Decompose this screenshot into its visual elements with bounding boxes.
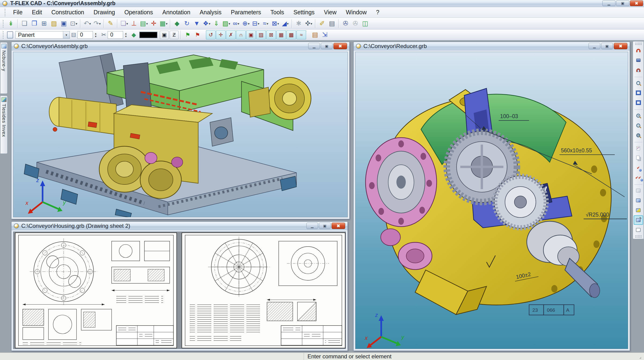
spin-up-icon[interactable]: ▲ [124,32,128,35]
menu-edit[interactable]: Edit [28,8,46,17]
boolean-add-icon[interactable]: ⊕ ▾ [241,19,251,29]
resize-grip[interactable] [638,353,644,360]
regenerate-button[interactable]: ✔✔ [634,173,643,182]
toggle-texts[interactable]: ⊠ [266,31,276,39]
level-spinner[interactable]: 0 [108,31,123,39]
shield-tool-icon[interactable]: ❖ ▾ [202,19,212,29]
page-selector[interactable]: Panert ▾ [16,31,70,39]
minimize-button[interactable]: ▁ [602,1,616,6]
restore-button[interactable]: ▣ [616,1,629,6]
maximize-button[interactable]: ▣ [321,43,332,49]
close-button[interactable]: ✖ [614,43,628,49]
hole-icon[interactable]: ⊠ ▾ [270,19,280,29]
close-button[interactable]: ✖ [334,43,347,49]
minimize-button[interactable]: ▁ [306,223,318,229]
rotate-view-icon[interactable]: ↻ [182,19,192,29]
menu-operations[interactable]: Operations [120,8,157,17]
sheets-button[interactable] [634,153,643,163]
menu-annotation[interactable]: Annotation [158,8,195,17]
redraw-button[interactable]: ✔ [634,163,643,172]
level-spinner-arrows[interactable]: ▲ ▼ [124,31,128,39]
toggle-hatches[interactable]: ▨ [256,31,266,39]
toggle-fills[interactable]: ▩ [286,31,296,39]
print-icon[interactable]: ⊡ ▾ [69,19,79,29]
chamfer-icon[interactable]: ◢ ▾ [280,19,290,29]
close-button[interactable]: ✖ [332,223,345,229]
assembly-3d-viewport[interactable]: z x y [13,52,348,217]
new-document-icon[interactable]: ❏ [20,19,30,29]
attach-file-icon[interactable]: ✇ [341,19,350,29]
snap-toggle-button[interactable] [634,46,643,55]
zoom-all-button[interactable] [634,78,643,88]
axes-3d-icon[interactable]: ✛ [149,19,159,29]
sidebar-tab-structure[interactable]: Ncbure-y [0,42,8,94]
chevron-down-icon[interactable]: ▾ [63,31,70,39]
zoom-window-button[interactable] [634,88,643,97]
open-document-icon[interactable]: ▨ [49,19,59,29]
spin-down-icon[interactable]: ▼ [93,35,98,38]
solid-tool-icon[interactable]: ◆ [172,19,182,29]
spin-up-icon[interactable]: ▲ [93,32,98,35]
frame-embed-icon[interactable]: ◫ [360,19,370,29]
housing-drawing-viewport[interactable] [13,232,346,349]
toggle-arcs[interactable]: ∩ [236,31,246,39]
titlebar[interactable]: T-FLEX CAD - C:\Conveyor\Assembly.grb ▁ … [0,0,644,7]
layer-spinner-arrows[interactable]: ▲ ▼ [93,31,98,39]
extrude-icon[interactable]: ⇓ [212,19,222,29]
menu-construction[interactable]: Construction [47,8,88,17]
maximize-button[interactable]: ▣ [601,43,613,49]
workplane-icon[interactable]: ▤ ▾ [139,19,149,29]
levels-diamond-icon[interactable]: ◆ [132,31,136,38]
wrench-doc-icon[interactable]: ✐ [317,19,327,29]
menu-analysis[interactable]: Analysis [196,8,226,17]
undo-icon[interactable]: ↶ ▾ [82,19,92,29]
toggle-nodes[interactable]: ✛ [216,31,226,39]
pan-view-button[interactable]: @ [634,130,643,140]
pin-on-button[interactable]: ⚑ [183,30,192,40]
menu-tools[interactable]: Tools [266,8,288,17]
edit-eraser-icon[interactable]: ✎ [106,19,116,29]
redo-icon[interactable]: ↷ ▾ [92,19,102,29]
pin-off-button[interactable]: ⚑ [192,30,202,40]
exit-model-button[interactable]: ⇲ [320,30,330,40]
layer-spinner[interactable]: 0 [78,31,93,39]
menu-settings[interactable]: Settings [289,8,319,17]
menu-file[interactable]: File [9,8,27,17]
toggle-grid[interactable]: ▦ [276,31,286,39]
assembly-gear-icon[interactable]: ✱ [294,19,304,29]
reducer-window-titlebar[interactable]: C:\Conveyor\Reducer.grb ▁ ▣ ✖ [354,42,630,50]
spin-down-icon[interactable]: ▼ [124,35,128,38]
close-button[interactable]: ✖ [630,1,643,6]
menu-parameters[interactable]: Parameters [226,8,265,17]
new-3d-model-icon[interactable]: ❐ [30,19,39,29]
previous-view-button[interactable]: ↶ [634,143,643,153]
assembly-mode-button[interactable] [634,186,643,195]
link-copy-icon[interactable]: ∞ ▾ [231,19,241,29]
assembly-window-titlebar[interactable]: C:\Conveyor\Assembly.grb ▁ ▣ ✖ [12,42,350,50]
wireframe-button[interactable] [634,225,643,235]
section-view-button[interactable] [634,196,643,205]
save-document-icon[interactable]: ▣ [59,19,69,29]
zorder-button[interactable]: Ƶ [170,31,178,39]
minimize-button[interactable]: ▁ [308,43,320,49]
housing-window-titlebar[interactable]: C:\Conveyor\Housing.grb (Drawing sheet 2… [12,222,348,230]
sidebar-tab-preview[interactable]: Tlesides Invex [0,96,8,154]
toggle-dimensions[interactable]: ▣ [246,31,256,39]
menu-drawing[interactable]: Drawing [90,8,119,17]
sweep-icon[interactable]: ≈ ▾ [261,19,270,29]
zoom-out-button[interactable]: ○ [634,121,643,130]
color-swatch[interactable] [139,32,158,38]
page-preview-icon[interactable]: ❏ ▾ [119,19,129,29]
cone-tool-icon[interactable]: ▼ [192,19,202,29]
new-drawing-icon[interactable]: ⊞ [39,19,49,29]
solid-view-button[interactable] [634,206,643,215]
page-check-button[interactable]: ▣ [160,31,169,39]
attach-points-icon[interactable]: ✇ [350,19,360,29]
snap-cancel-button[interactable] [634,65,643,75]
toggle-construction-lines[interactable]: ↺ [206,31,216,39]
open-folder-icon[interactable]: ▨ ▾ [222,19,231,29]
maximize-button[interactable]: ▣ [319,223,331,229]
measure-icon[interactable]: ✜ ▾ [304,19,314,29]
toggle-splines[interactable]: ≈ [296,31,306,39]
open-command-icon[interactable]: ↡ [6,19,16,29]
